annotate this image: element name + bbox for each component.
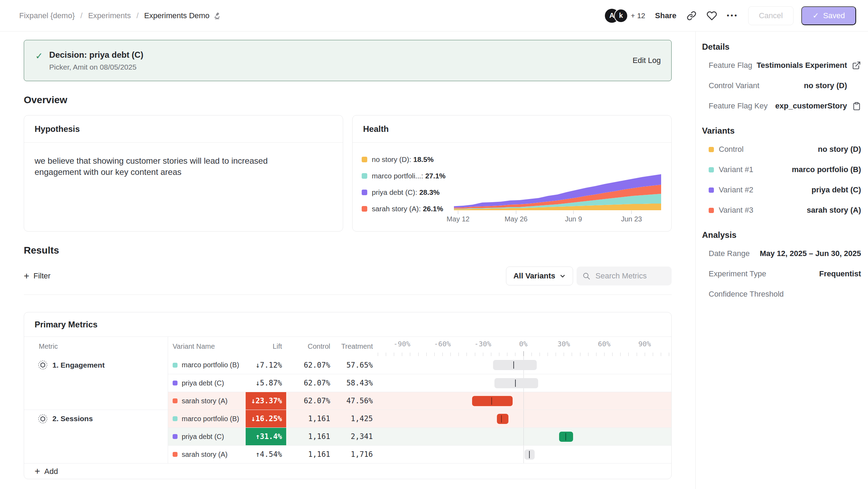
control-value: 1,161 xyxy=(286,427,332,445)
variant-name: priya debt (C) xyxy=(182,433,224,441)
search-metrics-box xyxy=(577,267,672,285)
confidence-interval-bar xyxy=(525,449,535,460)
external-link-icon[interactable] xyxy=(847,61,861,70)
add-filter-button[interactable]: + Filter xyxy=(24,271,51,281)
hypothesis-text: we believe that showing customer stories… xyxy=(24,143,321,190)
lift-value: ↑4.54% xyxy=(246,445,286,463)
variants-dropdown[interactable]: All Variants xyxy=(506,267,573,285)
table-header: Metric Variant Name Lift Control Treatme… xyxy=(24,337,671,356)
avatar-group[interactable]: A k + 12 xyxy=(605,9,645,23)
breadcrumb-separator: / xyxy=(136,11,138,20)
metric-variant-row[interactable]: 2. Sessions marco portfolio (B) ↓16.25% … xyxy=(24,410,671,427)
confidence-interval-bar xyxy=(497,414,508,424)
breadcrumb-current: Experiments Demo xyxy=(144,11,222,20)
lift-value: ↓16.25% xyxy=(246,410,286,427)
metric-variant-row[interactable]: sarah story (A) ↑4.54% 1,161 1,716 xyxy=(24,445,671,463)
metric-variant-row[interactable]: 1. Engagement marco portfolio (B) ↓7.12%… xyxy=(24,356,671,374)
breadcrumb-experiments[interactable]: Experiments xyxy=(88,11,131,20)
divider xyxy=(24,295,672,295)
control-value: 1,161 xyxy=(286,445,332,463)
col-header-treatment: Treatment xyxy=(332,337,375,356)
analysis-row: Experiment Type Frequentist xyxy=(709,264,861,284)
legend-item: marco portfoli...: 27.1% xyxy=(362,172,454,180)
col-header-control: Control xyxy=(286,337,332,356)
x-tick-label: May 26 xyxy=(505,215,528,223)
legend-item: sarah story (A): 26.1% xyxy=(362,205,454,213)
add-metric-button[interactable]: + Add xyxy=(24,463,671,479)
treatment-value: 58.43% xyxy=(332,374,375,392)
copy-link-icon[interactable] xyxy=(686,10,697,21)
saved-button[interactable]: ✓ Saved xyxy=(801,6,856,25)
primary-metrics-title: Primary Metrics xyxy=(24,312,671,337)
metric-goal-icon xyxy=(38,414,48,424)
microscope-icon xyxy=(213,12,222,20)
breadcrumb-project[interactable]: Fixpanel {demo} xyxy=(19,11,75,20)
variant-name: marco portfolio (B) xyxy=(182,415,239,423)
detail-row-feature-flag-key: Feature Flag Key exp_customerStory xyxy=(709,96,861,116)
variant-name: marco portfolio (B) xyxy=(182,361,239,369)
variants-heading: Variants xyxy=(702,126,861,136)
axis-tick-label: -30% xyxy=(475,340,491,348)
metric-goal-icon xyxy=(38,360,48,370)
treatment-value: 57.65% xyxy=(332,356,375,374)
edit-log-button[interactable]: Edit Log xyxy=(632,56,661,65)
variant-color-chip xyxy=(173,398,178,403)
confidence-interval-bar xyxy=(559,432,573,442)
variant-row: Control no story (D) xyxy=(709,139,861,160)
variant-color-chip xyxy=(173,434,178,439)
primary-metrics-card: Primary Metrics Metric Variant Name Lift… xyxy=(24,312,672,479)
health-title: Health xyxy=(353,115,671,143)
variant-name: priya debt (C) xyxy=(182,379,224,387)
x-tick-label: Jun 9 xyxy=(565,215,582,223)
variant-color-chip xyxy=(709,187,714,193)
variant-color-chip xyxy=(173,363,178,368)
confidence-interval-bar xyxy=(494,378,538,388)
analysis-row: Confidence Threshold xyxy=(709,284,861,304)
avatar-overflow-count: + 12 xyxy=(631,12,645,20)
analysis-list: Date Range May 12, 2025 – Jun 30, 2025 E… xyxy=(702,243,861,304)
lift-value: ↓7.12% xyxy=(246,356,286,374)
plus-icon: + xyxy=(35,467,40,476)
page-title: Experiments Demo xyxy=(144,11,210,20)
detail-row-control-variant: Control Variant no story (D) xyxy=(709,76,861,96)
metric-variant-row[interactable]: priya debt (C) ↑31.4% 1,161 2,341 xyxy=(24,427,671,445)
search-metrics-input[interactable] xyxy=(595,271,665,281)
more-options-icon[interactable]: ••• xyxy=(727,12,738,20)
metric-variant-row[interactable]: priya debt (C) ↓5.87% 62.07% 58.43% xyxy=(24,374,671,392)
top-actions: A k + 12 Share ••• Cancel ✓ Saved xyxy=(605,6,856,25)
treatment-value: 1,425 xyxy=(332,410,375,427)
share-button[interactable]: Share xyxy=(655,11,677,20)
check-icon: ✓ xyxy=(35,51,43,62)
variant-color-chip xyxy=(709,167,714,172)
analysis-heading: Analysis xyxy=(702,230,861,240)
confidence-interval-bar xyxy=(493,360,537,370)
treatment-value: 47.56% xyxy=(332,392,375,410)
axis-tick-label: 90% xyxy=(638,340,651,348)
health-card: Health no story (D): 18.5% marco portfol… xyxy=(352,115,672,232)
axis-tick-label: -90% xyxy=(393,340,410,348)
cancel-button[interactable]: Cancel xyxy=(748,6,794,25)
detail-row-feature-flag: Feature Flag Testimonials Experiment xyxy=(709,55,861,76)
variant-name: sarah story (A) xyxy=(182,451,227,459)
legend-swatch xyxy=(362,206,367,212)
variant-color-chip xyxy=(173,452,178,457)
legend-swatch xyxy=(362,173,367,179)
variant-color-chip xyxy=(709,147,714,152)
search-icon xyxy=(582,272,591,280)
zero-axis-line xyxy=(523,410,524,427)
control-value: 62.07% xyxy=(286,392,332,410)
lift-value: ↓23.37% xyxy=(246,392,286,410)
control-value: 62.07% xyxy=(286,356,332,374)
zero-axis-line xyxy=(523,446,524,463)
clipboard-copy-icon[interactable] xyxy=(847,102,861,111)
details-heading: Details xyxy=(702,42,861,52)
axis-tick-label: 0% xyxy=(519,340,527,348)
metric-name: 2. Sessions xyxy=(52,414,93,423)
treatment-value: 1,716 xyxy=(332,445,375,463)
metric-variant-row[interactable]: sarah story (A) ↓23.37% 62.07% 47.56% xyxy=(24,392,671,410)
favorite-heart-icon[interactable] xyxy=(707,10,717,21)
zero-axis-line xyxy=(523,392,524,410)
health-x-axis: May 12May 26Jun 9Jun 23 xyxy=(454,215,661,224)
check-icon: ✓ xyxy=(812,11,819,20)
plus-icon: + xyxy=(24,271,29,281)
